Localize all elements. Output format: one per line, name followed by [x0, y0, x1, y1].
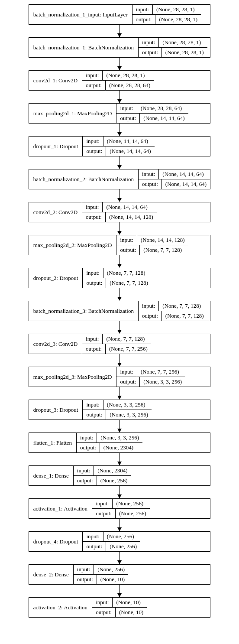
input-label: input: [82, 334, 103, 344]
input-label: input: [139, 301, 159, 311]
input-shape: (None, 7, 7, 128) [103, 334, 148, 344]
output-label: output: [82, 212, 106, 222]
layer-name: conv2d_3: Conv2D [29, 334, 82, 354]
arrow-down-icon [29, 288, 210, 301]
input-shape: (None, 7, 7, 128) [103, 268, 149, 278]
input-label: input: [92, 598, 113, 607]
layer-node: max_pooling2d_3: MaxPooling2Dinput:(None… [29, 367, 210, 387]
layer-node: activation_1: Activationinput:(None, 256… [29, 498, 210, 519]
layer-node: flatten_1: Flatteninput:(None, 3, 3, 256… [29, 433, 210, 453]
input-label: input: [139, 169, 159, 179]
layer-node: conv2d_3: Conv2Dinput:(None, 7, 7, 128)o… [29, 334, 210, 354]
output-label: output: [82, 344, 106, 354]
input-shape: (None, 14, 14, 64) [103, 137, 152, 146]
layer-node: batch_normalization_3: BatchNormalizatio… [29, 301, 210, 321]
output-label: output: [74, 575, 97, 584]
output-label: output: [83, 542, 106, 551]
io-table: input:(None, 256)output:(None, 256) [83, 532, 140, 551]
layer-name: max_pooling2d_1: MaxPooling2D [29, 104, 117, 123]
output-shape: (None, 10) [116, 608, 147, 617]
layer-node: batch_normalization_1_input: InputLayeri… [29, 4, 210, 25]
input-label: input: [139, 38, 159, 47]
output-label: output: [139, 311, 162, 321]
input-shape: (None, 3, 3, 256) [97, 433, 142, 442]
arrow-down-icon [29, 552, 210, 564]
layer-node: dropout_3: Dropoutinput:(None, 3, 3, 256… [29, 400, 210, 420]
output-label: output: [139, 48, 162, 57]
input-shape: (None, 28, 28, 1) [159, 38, 204, 47]
input-label: input: [82, 202, 103, 212]
layer-name: conv2d_2: Conv2D [29, 202, 82, 222]
output-shape: (None, 14, 14, 64) [106, 146, 154, 156]
layer-name: max_pooling2d_3: MaxPooling2D [29, 367, 117, 387]
output-label: output: [116, 245, 140, 255]
output-shape: (None, 28, 28, 1) [155, 15, 201, 24]
input-label: input: [116, 235, 137, 245]
input-shape: (None, 256) [94, 565, 128, 574]
layer-name: dense_1: Dense [29, 466, 74, 485]
output-shape: (None, 3, 3, 256) [106, 410, 152, 420]
output-label: output: [74, 476, 97, 485]
input-shape: (None, 7, 7, 256) [137, 367, 183, 377]
output-shape: (None, 28, 28, 64) [106, 81, 154, 90]
layer-node: dropout_2: Dropoutinput:(None, 7, 7, 128… [29, 268, 210, 288]
output-label: output: [92, 509, 116, 518]
io-table: input:(None, 3, 3, 256)output:(None, 230… [77, 433, 142, 452]
input-shape: (None, 256) [103, 532, 138, 541]
input-label: input: [83, 268, 103, 278]
layer-name: activation_2: Activation [29, 598, 92, 617]
arrow-down-icon [29, 486, 210, 498]
io-table: input:(None, 14, 14, 128)output:(None, 7… [116, 235, 188, 255]
input-label: input: [116, 104, 137, 113]
arrow-down-icon [29, 453, 210, 465]
layer-node: max_pooling2d_1: MaxPooling2Dinput:(None… [29, 103, 210, 124]
layer-name: dropout_4: Dropout [29, 532, 83, 551]
output-shape: (None, 14, 14, 64) [162, 179, 210, 189]
layer-node: activation_2: Activationinput:(None, 10)… [29, 597, 210, 618]
input-shape: (None, 10) [113, 598, 144, 607]
output-shape: (None, 14, 14, 64) [140, 114, 188, 123]
layer-node: conv2d_2: Conv2Dinput:(None, 14, 14, 64)… [29, 202, 210, 222]
arrow-down-icon [29, 58, 210, 70]
io-table: input:(None, 7, 7, 256)output:(None, 3, … [116, 367, 185, 387]
arrow-down-icon [29, 519, 210, 531]
io-table: input:(None, 14, 14, 64)output:(None, 14… [83, 137, 154, 156]
output-label: output: [77, 443, 100, 452]
input-label: input: [74, 466, 94, 475]
output-label: output: [139, 179, 162, 189]
output-shape: (None, 10) [97, 575, 128, 584]
layer-name: dropout_1: Dropout [29, 137, 83, 156]
input-label: input: [77, 433, 97, 442]
input-shape: (None, 14, 14, 64) [103, 202, 151, 212]
output-label: output: [83, 278, 106, 288]
io-table: input:(None, 14, 14, 64)output:(None, 14… [139, 169, 210, 189]
layer-name: batch_normalization_3: BatchNormalizatio… [29, 301, 139, 321]
input-label: input: [83, 400, 103, 410]
layer-name: dropout_3: Dropout [29, 400, 83, 420]
layer-name: conv2d_1: Conv2D [29, 71, 82, 90]
layer-name: batch_normalization_2: BatchNormalizatio… [29, 169, 139, 189]
io-table: input:(None, 28, 28, 1)output:(None, 28,… [139, 38, 207, 57]
io-table: input:(None, 7, 7, 128)output:(None, 7, … [139, 301, 207, 321]
output-shape: (None, 14, 14, 128) [106, 212, 157, 222]
input-shape: (None, 256) [113, 499, 147, 508]
arrow-down-icon [29, 420, 210, 433]
output-shape: (None, 256) [116, 509, 150, 518]
output-label: output: [83, 146, 106, 156]
io-table: input:(None, 2304)output:(None, 256) [74, 466, 131, 485]
arrow-down-icon [29, 124, 210, 136]
input-label: input: [83, 532, 103, 541]
layer-name: dropout_2: Dropout [29, 268, 83, 288]
arrow-down-icon [29, 156, 210, 169]
io-table: input:(None, 14, 14, 64)output:(None, 14… [82, 202, 157, 222]
layer-node: dropout_1: Dropoutinput:(None, 14, 14, 6… [29, 136, 210, 156]
input-shape: (None, 7, 7, 128) [159, 301, 204, 311]
layer-name: max_pooling2d_2: MaxPooling2D [29, 235, 117, 255]
arrow-down-icon [29, 255, 210, 268]
model-graph: batch_normalization_1_input: InputLayeri… [29, 4, 210, 618]
output-shape: (None, 7, 7, 128) [162, 311, 207, 321]
output-label: output: [116, 377, 140, 387]
io-table: input:(None, 256)output:(None, 10) [74, 565, 128, 584]
layer-node: conv2d_1: Conv2Dinput:(None, 28, 28, 1)o… [29, 70, 210, 91]
arrow-down-icon [29, 354, 210, 367]
